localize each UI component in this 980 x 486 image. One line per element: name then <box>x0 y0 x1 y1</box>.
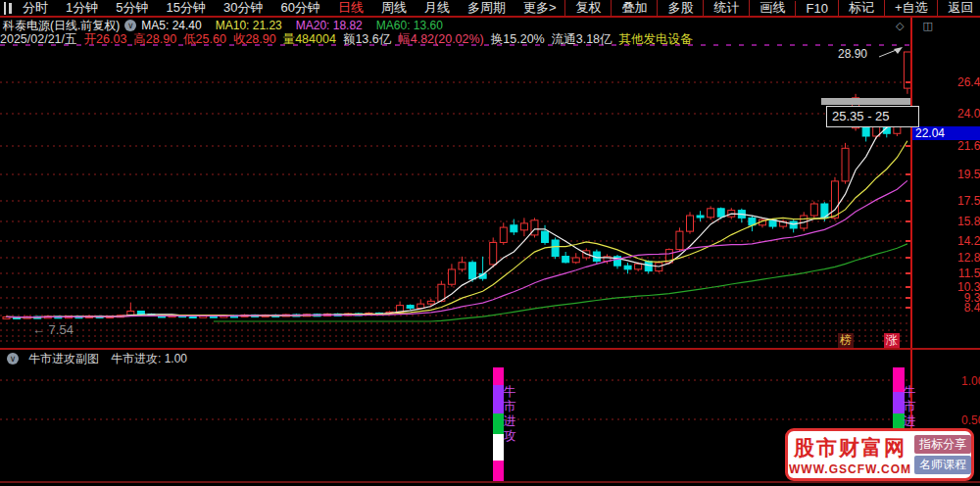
tab-周线[interactable]: 周线 <box>372 0 416 17</box>
button-标记[interactable]: 标记 <box>838 0 884 17</box>
button-统计[interactable]: 统计 <box>703 0 749 17</box>
high-price-annotation: 28.90 <box>838 47 867 61</box>
left-price-annotation: ← 7.54 <box>32 322 74 337</box>
collapse-chevron-icon[interactable]: ∨ <box>7 353 19 364</box>
button-+自选[interactable]: +自选 <box>884 0 938 17</box>
info-item: 换15.20% <box>491 31 545 48</box>
period-toolbar: 分时1分钟5分钟15分钟30分钟60分钟日线周线月线多周期更多> 复权叠加多股统… <box>0 0 980 16</box>
signal-bar-segment <box>493 461 504 481</box>
button-画线[interactable]: 画线 <box>749 0 795 17</box>
tab-15分钟[interactable]: 15分钟 <box>157 0 214 17</box>
watermark-tag: 名师课程 <box>914 456 971 474</box>
bottom-border-line <box>0 481 980 483</box>
tag-榜[interactable]: 榜 <box>838 333 854 348</box>
info-item: 额13.6亿 <box>343 31 391 48</box>
info-item: 量484004 <box>283 31 336 48</box>
tab-60分钟[interactable]: 60分钟 <box>271 0 328 17</box>
toolbar-actions: 复权叠加多股统计画线F10标记+自选返回 <box>564 0 980 16</box>
tab-1分钟[interactable]: 1分钟 <box>57 0 107 17</box>
subpanel-header: ∨ 牛市进攻副图 牛市进攻: 1.00 <box>2 352 187 365</box>
info-item: 高28.90 <box>133 31 176 48</box>
button-叠加[interactable]: 叠加 <box>611 0 657 17</box>
window-pane-icon[interactable] <box>4 2 6 15</box>
tab-多周期[interactable]: 多周期 <box>459 0 514 17</box>
period-tabs: 分时1分钟5分钟15分钟30分钟60分钟日线周线月线多周期更多> <box>14 0 564 17</box>
button-F10[interactable]: F10 <box>795 1 837 16</box>
watermark-badge: 股市财富网 WWW.GSCFW.COM 指标分享名师课程 <box>785 428 974 481</box>
tab-分时[interactable]: 分时 <box>14 0 57 17</box>
tab-月线[interactable]: 月线 <box>416 0 459 17</box>
subpanel-value: 牛市进攻: 1.00 <box>111 351 187 367</box>
price-range-tooltip: 25.35 - 25 <box>826 106 919 127</box>
watermark-site-name: 股市财富网 <box>788 434 912 462</box>
trading-app-window: 分时1分钟5分钟15分钟30分钟60分钟日线周线月线多周期更多> 复权叠加多股统… <box>0 0 980 486</box>
chevron-down-icon[interactable]: ∨ <box>124 20 136 31</box>
signal-bar-segment <box>493 367 504 385</box>
info-item: 流通3.18亿 <box>552 31 612 48</box>
info-item: 开26.03 <box>84 31 127 48</box>
info-item: 低25.60 <box>183 31 226 48</box>
watermark-text-block: 股市财富网 WWW.GSCFW.COM <box>788 434 912 476</box>
button-复权[interactable]: 复权 <box>564 0 611 17</box>
tab-5分钟[interactable]: 5分钟 <box>107 0 157 17</box>
tab-日线[interactable]: 日线 <box>329 0 372 17</box>
watermark-url: WWW.GSCFW.COM <box>788 462 912 476</box>
button-多股[interactable]: 多股 <box>657 0 703 17</box>
signal-vertical-text: 牛市进攻 <box>503 384 516 443</box>
quote-info-row: 2025/02/21/五开26.03高28.90低25.60收28.90量484… <box>0 32 980 46</box>
toolbar-underline <box>0 16 980 18</box>
watermark-tags: 指标分享名师课程 <box>914 434 971 475</box>
info-item: 幅4.82(20.02%) <box>398 31 484 48</box>
tab-更多>[interactable]: 更多> <box>514 0 565 17</box>
info-item: 2025/02/21/五 <box>0 31 77 48</box>
tag-涨[interactable]: 涨 <box>884 333 900 348</box>
candlestick-chart-canvas[interactable] <box>0 0 980 486</box>
watermark-tag: 指标分享 <box>914 435 971 454</box>
button-返回[interactable]: 返回 <box>937 0 980 17</box>
chart-corner-icons[interactable]: ◇ ◫ <box>896 20 941 32</box>
info-item: 其他发电设备 <box>619 31 693 48</box>
info-item: 收28.90 <box>233 31 276 48</box>
subpanel-title: 牛市进攻副图 <box>28 351 99 367</box>
tab-30分钟[interactable]: 30分钟 <box>215 0 271 17</box>
